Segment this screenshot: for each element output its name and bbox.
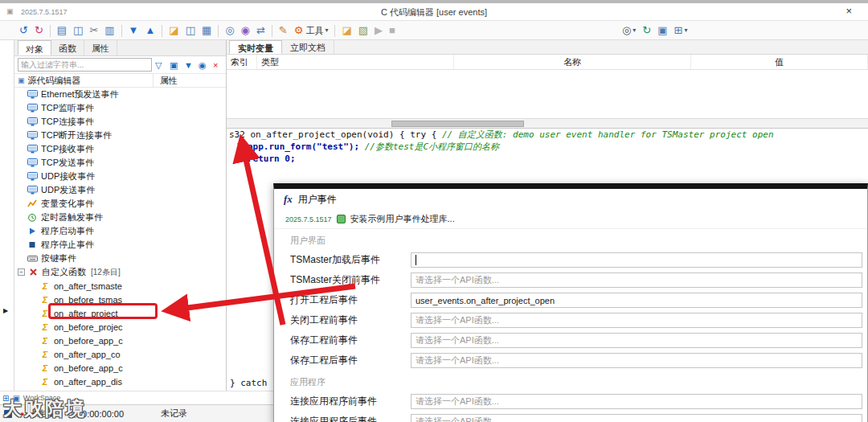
sync-icon[interactable]: ↻	[640, 23, 653, 39]
tab-立即文档[interactable]: 立即文档	[282, 40, 334, 54]
tree-item[interactable]: Σon_after_project_	[14, 306, 226, 320]
cut-icon[interactable]: ✂	[87, 23, 100, 39]
filter-clear-icon[interactable]: ×	[211, 57, 223, 73]
api-function-combo[interactable]: 请选择一个API函数...	[411, 394, 862, 409]
column-header[interactable]: 名称	[454, 55, 691, 69]
close-button[interactable]: ×	[845, 5, 852, 17]
code-line[interactable]: 2return 0;	[227, 153, 868, 165]
tab-函数[interactable]: 函数	[51, 40, 84, 55]
tree-item[interactable]: 变量变化事件	[14, 197, 226, 211]
tab-实时变量[interactable]: 实时变量	[229, 40, 282, 54]
api-function-combo[interactable]: 请选择一个API函数...	[411, 272, 862, 288]
api-function-combo[interactable]	[411, 252, 862, 268]
tree-item[interactable]: TCP接收事件	[14, 142, 226, 156]
dialog-section-label: 用户界面	[274, 229, 867, 250]
tree-item[interactable]: UDP接收事件	[14, 170, 226, 183]
tree-item[interactable]: Σon_after_tsmaste	[14, 279, 226, 293]
paste-icon[interactable]: ▥	[102, 23, 117, 39]
move-up-icon[interactable]: ▲	[142, 23, 158, 39]
search-settings-button[interactable]: ◎▾	[620, 23, 638, 39]
find-next-icon[interactable]: ◉	[239, 23, 252, 39]
tab-对象[interactable]: 对象	[18, 40, 51, 55]
filter-icon[interactable]: ▽	[153, 57, 166, 73]
dialog-field-row: 保存工程后事件请选择一个API函数...	[274, 350, 867, 371]
api-function-combo[interactable]: 请选择一个API函数...	[411, 313, 862, 328]
api-function-combo[interactable]: user_events.on_after_project_open	[411, 293, 862, 308]
tree-item[interactable]: Ethernet预发送事件	[14, 88, 226, 101]
api-function-combo[interactable]: 请选择一个API函数...	[411, 414, 862, 422]
toolbar-separator	[50, 25, 51, 37]
tree-item-label: on_before_tsmas	[54, 295, 122, 305]
horizontal-scrollbar[interactable]	[227, 118, 868, 128]
redo-icon[interactable]: ↻	[32, 23, 46, 39]
tree-item[interactable]: Σon_before_app_c	[14, 361, 226, 375]
save-all-icon[interactable]: ▦	[199, 23, 214, 39]
fx-icon: fx	[284, 193, 293, 206]
find-icon[interactable]: ◎	[223, 23, 236, 39]
collapse-expander-icon[interactable]: −	[18, 268, 25, 276]
text-caret	[416, 255, 416, 265]
dialog-field-row: 关闭工程前事件请选择一个API函数...	[274, 310, 867, 330]
window-icon[interactable]: ▣	[655, 23, 669, 39]
move-down-icon[interactable]: ▼	[126, 23, 141, 39]
code-line[interactable]: 1app.run_form("test"); //参数test是C小程序窗口的名…	[227, 141, 868, 153]
compare-icon[interactable]: ⇄	[254, 23, 268, 39]
tree-item-label: TCP连接事件	[41, 116, 94, 128]
dialog-title: 用户事件	[298, 193, 337, 207]
filter-options-icon[interactable]: ▣	[167, 57, 180, 73]
tree-item-label: on_before_app_c	[54, 363, 123, 373]
layout-button[interactable]: ⊞▾	[672, 23, 690, 39]
monitor-icon	[26, 158, 39, 167]
api-function-combo[interactable]: 请选择一个API函数...	[411, 353, 862, 368]
tree-item[interactable]: TCP断开连接事件	[14, 129, 226, 142]
tree-item[interactable]: 定时器触发事件	[14, 211, 226, 224]
tree-item-label: on_before_projec	[54, 322, 123, 332]
field-label: 关闭工程前事件	[274, 313, 411, 327]
sigma-function-icon: Σ	[39, 350, 51, 359]
folder-icon[interactable]: ◪	[339, 23, 354, 39]
edit-icon[interactable]: ✎	[276, 23, 290, 39]
line-number: 2	[227, 153, 248, 165]
filter-input[interactable]	[18, 58, 152, 72]
tree-item-label: TCP监听事件	[41, 102, 94, 114]
tree-item[interactable]: Σon_before_tsmas	[14, 293, 226, 306]
open-folder-icon[interactable]: ◪	[166, 23, 181, 39]
stop-icon[interactable]: ■	[387, 23, 398, 39]
dialog-titlebar: fx 用户事件	[274, 189, 867, 210]
tree-item[interactable]: Σon_after_app_dis	[14, 375, 226, 388]
column-header[interactable]: 索引	[227, 55, 257, 69]
tab-属性[interactable]: 属性	[84, 40, 117, 55]
filter-target-icon[interactable]: ◉	[196, 57, 209, 73]
tree-item[interactable]: TCP连接事件	[14, 115, 226, 129]
tree-item[interactable]: UDP发送事件	[14, 183, 226, 197]
scrollbar-thumb[interactable]	[391, 121, 524, 127]
column-header[interactable]: 类型	[257, 55, 454, 69]
filter-apply-icon[interactable]: ▼	[182, 57, 194, 73]
api-function-combo[interactable]: 请选择一个API函数...	[411, 333, 862, 348]
tree-item[interactable]: −自定义函数[12条目]	[14, 265, 226, 279]
tree-item[interactable]: 程序启动事件	[14, 224, 226, 238]
tree-item-label: 变量变化事件	[41, 198, 94, 210]
tree-item[interactable]: TCP监听事件	[14, 101, 226, 115]
tree-item[interactable]: 按键事件	[14, 252, 226, 265]
column-header[interactable]: 值	[691, 55, 868, 69]
install-library-button[interactable]: 安装示例用户事件处理库...	[350, 213, 455, 225]
tree-item[interactable]: Σon_after_app_co	[14, 347, 226, 361]
monitor-icon	[26, 186, 39, 195]
run-icon[interactable]: ▶	[372, 23, 385, 39]
tree-item[interactable]: Σon_before_app_c	[14, 334, 226, 347]
left-panel-tabs: 对象函数属性	[14, 40, 226, 56]
tree-item[interactable]: 程序停止事件	[14, 238, 226, 252]
timer-icon	[26, 213, 39, 222]
tree-item[interactable]: TCP发送事件	[14, 156, 226, 170]
tree-item[interactable]: Σon_before_projec	[14, 320, 226, 334]
clean-icon[interactable]: ▧	[356, 23, 371, 39]
undo-icon[interactable]: ↺	[17, 23, 31, 39]
save-icon[interactable]: ◫	[71, 23, 85, 39]
save-file-icon[interactable]: ◫	[183, 23, 198, 39]
property-column-header: 属性	[153, 74, 178, 87]
panel-collapse-arrow[interactable]: ▶	[3, 307, 8, 314]
new-file-icon[interactable]: ▤	[55, 23, 69, 39]
dialog-field-row: 连接应用程序后事件请选择一个API函数...	[274, 412, 867, 422]
tools-button[interactable]: ⚙工具▾	[292, 23, 331, 39]
